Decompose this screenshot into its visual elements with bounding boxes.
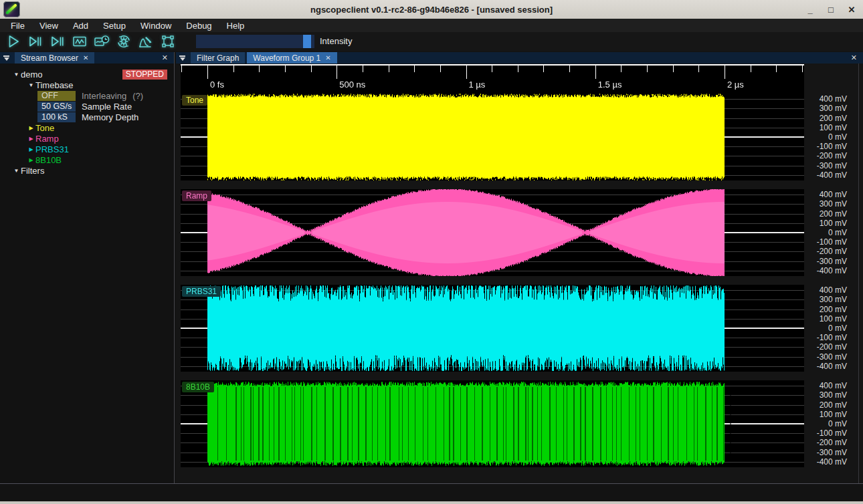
waveform-plot-prbs31[interactable]: PRBS31	[181, 285, 804, 372]
menu-view[interactable]: View	[32, 19, 66, 32]
interleaving-value-button[interactable]: OFF	[37, 91, 76, 101]
waveform-plot-ramp[interactable]: Ramp	[181, 189, 804, 276]
y-axis-tick-label: -100 mV	[805, 428, 847, 438]
y-axis-tick-label: -200 mV	[805, 342, 847, 352]
right-dock-tabbar: Filter Graph Waveform Group 1 ✕ ✕	[176, 52, 863, 64]
tab-close-icon[interactable]: ✕	[325, 54, 330, 61]
expander-icon[interactable]: ▶	[27, 136, 35, 142]
right-dock-close-icon[interactable]: ✕	[845, 52, 863, 64]
app-logo-icon	[3, 1, 20, 17]
tab-waveform-group-1[interactable]: Waveform Group 1 ✕	[247, 52, 337, 64]
ngscopeclient-window: { "window": { "title": "ngscopeclient v0…	[0, 0, 863, 504]
expander-icon[interactable]: ▼	[12, 168, 21, 174]
expander-icon[interactable]: ▶	[27, 125, 35, 131]
y-axis-tick-label: 400 mV	[805, 381, 847, 390]
y-axis-tick-label: -400 mV	[805, 362, 847, 371]
waveform-canvas[interactable]	[181, 285, 804, 372]
y-axis-tone[interactable]: 400 mV300 mV200 mV100 mV0 mV-100 mV-200 …	[805, 94, 850, 180]
waveform-plot-8b10b[interactable]: 8B10B	[181, 380, 804, 467]
single-trigger-icon[interactable]	[26, 33, 44, 49]
y-axis-tick-label: 400 mV	[805, 94, 847, 104]
memory-depth-value-button[interactable]: 100 kS	[37, 112, 76, 122]
menu-setup[interactable]: Setup	[96, 19, 133, 32]
window-title: ngscopeclient v0.1-rc2-86-g94b46e826 - […	[0, 5, 863, 15]
menu-help[interactable]: Help	[219, 19, 252, 32]
channel-label-badge[interactable]: Tone	[182, 95, 207, 106]
expander-icon[interactable]: ▶	[27, 157, 35, 163]
tab-label: Waveform Group 1	[253, 53, 320, 63]
y-axis-tick-label: -300 mV	[805, 352, 847, 362]
force-trigger-icon[interactable]	[70, 33, 88, 49]
y-axis-tick-label: 200 mV	[805, 114, 847, 123]
expander-icon[interactable]: ▼	[27, 82, 35, 88]
waveform-canvas[interactable]	[181, 189, 804, 276]
channel-label-badge[interactable]: PRBS31	[182, 286, 221, 297]
y-axis-tick-label: 300 mV	[805, 199, 847, 209]
timeline-ruler-canvas[interactable]	[181, 64, 804, 94]
y-axis-tick-label: 300 mV	[805, 390, 847, 400]
dock-menu-icon[interactable]	[176, 52, 189, 64]
tree-node-8b10b[interactable]: ▶ 8B10B	[0, 154, 174, 165]
y-axis-tick-label: 400 mV	[805, 285, 847, 295]
status-badge: STOPPED	[122, 70, 167, 80]
expander-icon[interactable]: ▼	[12, 72, 21, 78]
y-axis-prbs31[interactable]: 400 mV300 mV200 mV100 mV0 mV-100 mV-200 …	[805, 285, 850, 372]
tree-node-filters[interactable]: ▼ Filters	[0, 165, 174, 176]
y-axis-8b10b[interactable]: 400 mV300 mV200 mV100 mV0 mV-100 mV-200 …	[805, 380, 850, 467]
channel-name: Tone	[35, 123, 54, 133]
y-axis-tick-label: -100 mV	[805, 333, 847, 342]
y-axis-ramp[interactable]: 400 mV300 mV200 mV100 mV0 mV-100 mV-200 …	[805, 189, 850, 276]
fullscreen-icon[interactable]	[159, 33, 177, 49]
y-axis-tick-label: 200 mV	[805, 209, 847, 219]
tab-stream-browser[interactable]: Stream Browser ✕	[15, 52, 94, 64]
y-axis-tick-label: -200 mV	[805, 247, 847, 256]
intensity-slider-handle[interactable]	[303, 35, 311, 48]
title-bar[interactable]: ngscopeclient v0.1-rc2-86-g94b46e826 - […	[0, 0, 863, 19]
y-axis-tick-label: 300 mV	[805, 295, 847, 304]
timebase-label: Timebase	[35, 80, 74, 90]
tree-node-prbs31[interactable]: ▶ PRBS31	[0, 144, 174, 154]
instrument-name: demo	[21, 70, 43, 80]
tree-node-ramp[interactable]: ▶ Ramp	[0, 133, 174, 144]
close-button[interactable]: ✕	[847, 5, 856, 15]
sample-rate-value-button[interactable]: 50 GS/s	[37, 102, 76, 112]
waveform-plot-tone[interactable]: Tone	[181, 94, 804, 180]
intensity-label: Intensity	[320, 36, 352, 46]
y-axis-tick-label: -100 mV	[805, 237, 847, 247]
refresh-settings-icon[interactable]	[114, 33, 132, 49]
y-axis-tick-label: 100 mV	[805, 123, 847, 132]
dock-menu-icon[interactable]	[0, 52, 13, 64]
minimize-button[interactable]: _	[805, 5, 815, 15]
intensity-slider[interactable]	[196, 35, 314, 48]
maximize-button[interactable]: □	[826, 5, 836, 15]
multi-trigger-icon[interactable]	[48, 33, 66, 49]
tree-node-demo[interactable]: ▼ demo STOPPED	[0, 69, 174, 80]
menu-window[interactable]: Window	[133, 19, 179, 32]
left-dock-close-icon[interactable]: ✕	[156, 52, 174, 64]
expander-icon[interactable]: ▶	[27, 146, 35, 152]
y-axis-tick-label: 0 mV	[805, 132, 847, 142]
y-axis-tick-label: -300 mV	[805, 257, 847, 266]
tab-close-icon[interactable]: ✕	[83, 54, 88, 61]
measurements-icon[interactable]	[136, 33, 155, 49]
tree-row-sample-rate: 50 GS/s Sample Rate	[0, 101, 174, 112]
play-icon[interactable]	[4, 33, 22, 49]
dock-splitter[interactable]	[174, 52, 175, 483]
waveform-canvas[interactable]	[181, 380, 804, 467]
menu-debug[interactable]: Debug	[179, 19, 219, 32]
tree-node-timebase[interactable]: ▼ Timebase	[0, 80, 174, 90]
tab-filter-graph[interactable]: Filter Graph	[191, 52, 245, 64]
y-axis-tick-label: -200 mV	[805, 438, 847, 447]
timeline-ruler[interactable]	[181, 64, 804, 94]
help-hint[interactable]: (?)	[132, 91, 143, 101]
channel-label-badge[interactable]: 8B10B	[182, 382, 214, 392]
panel-right-edge	[858, 64, 859, 483]
y-axis-tick-label: -300 mV	[805, 448, 847, 457]
menu-add[interactable]: Add	[66, 19, 96, 32]
tree-node-tone[interactable]: ▶ Tone	[0, 122, 174, 133]
history-icon[interactable]	[92, 33, 110, 49]
waveform-canvas[interactable]	[181, 94, 804, 180]
y-axis-tick-label: -400 mV	[805, 457, 847, 467]
menu-file[interactable]: File	[3, 19, 32, 32]
channel-label-badge[interactable]: Ramp	[182, 191, 211, 201]
